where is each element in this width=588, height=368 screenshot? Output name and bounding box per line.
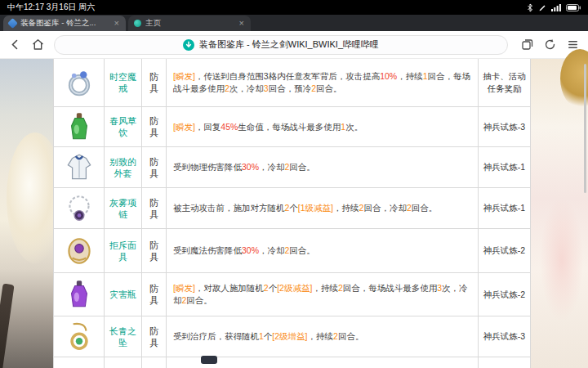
bottle-purple-icon[interactable] bbox=[62, 277, 96, 312]
scrollbar-thumb[interactable] bbox=[584, 64, 586, 193]
table-row: 春风草饮 防具 [瞬发]，回复45%生命值，每场战斗最多使用1次。 神兵试炼-3 bbox=[54, 107, 530, 147]
tab-equipment-gallery[interactable]: 装备图鉴库 - 铃兰之... × bbox=[3, 16, 126, 31]
item-desc: [瞬发]，传送到自身范围3格内任意友军背后，攻击提高10%，持续1回合，每场战斗… bbox=[173, 70, 471, 95]
back-icon[interactable] bbox=[8, 38, 22, 52]
table-row: 长青之坠 防具 受到治疗后，获得随机1个[2级增益]，持续2回合。 神兵试炼-3 bbox=[54, 316, 530, 357]
item-icon-cell bbox=[54, 316, 105, 357]
item-icon-cell bbox=[54, 107, 105, 146]
item-type: 防具 bbox=[142, 147, 167, 187]
item-desc: [瞬发]，回复45%生命值，每场战斗最多使用1次。 bbox=[173, 121, 363, 133]
item-name-cell: 拒斥面具 bbox=[105, 229, 142, 272]
item-icon-cell bbox=[54, 147, 105, 187]
item-icon-cell bbox=[54, 229, 105, 272]
desc-text-segment: 30% bbox=[242, 245, 259, 255]
item-name-link[interactable]: 灾害瓶 bbox=[109, 289, 136, 300]
item-desc: 受到治疗后，获得随机1个[2级增益]，持续2回合。 bbox=[173, 330, 363, 343]
address-bar[interactable]: 装备图鉴库 - 铃兰之剑WIKI_BWIKI_哔哩哔哩 bbox=[54, 35, 508, 55]
item-name-link[interactable]: 拒斥面具 bbox=[106, 240, 140, 263]
buff-link[interactable]: [1级减益] bbox=[298, 203, 333, 213]
item-name-cell: 春风草饮 bbox=[105, 107, 142, 146]
tab-title: 主页 bbox=[145, 18, 234, 29]
tab-home[interactable]: 主页 × bbox=[128, 16, 251, 31]
ring-icon[interactable] bbox=[62, 65, 96, 100]
pendant-icon[interactable] bbox=[62, 320, 96, 354]
desc-text-segment: ，传送到自身范围3格内任意友军背后，攻击提高 bbox=[195, 71, 380, 81]
wiki-background-art-left bbox=[0, 59, 53, 368]
wiki-background-art-right bbox=[531, 59, 588, 368]
item-desc: 被主动攻击前，施加对方随机2个[1级减益]，持续2回合，冷却2回合。 bbox=[173, 202, 437, 214]
item-type: 防具 bbox=[142, 273, 167, 316]
item-desc-cell: 受到治疗后，获得随机1个[2级增益]，持续2回合。 bbox=[167, 316, 479, 357]
status-icons bbox=[527, 3, 581, 12]
coat-icon[interactable] bbox=[62, 150, 96, 185]
browser-toolbar: 装备图鉴库 - 铃兰之剑WIKI_BWIKI_哔哩哔哩 bbox=[0, 31, 588, 59]
page-content: 时空魔戒 防具 [瞬发]，传送到自身范围3格内任意友军背后，攻击提高10%，持续… bbox=[0, 59, 588, 368]
multiwindow-icon[interactable] bbox=[520, 38, 534, 52]
item-desc: 受到魔法伤害降低30%，冷却2回合。 bbox=[173, 245, 315, 257]
buff-link[interactable]: [瞬发] bbox=[173, 122, 195, 132]
desc-text-segment: 回合，每场战斗最多使用 bbox=[343, 283, 438, 293]
desc-text-segment: ，持续 bbox=[308, 331, 334, 341]
table-row: 别致的外套 防具 受到物理伤害降低30%，冷却2回合。 神兵试炼-1 bbox=[54, 147, 530, 188]
battery-icon bbox=[566, 4, 581, 11]
item-name-link[interactable]: 时空魔戒 bbox=[106, 71, 140, 94]
item-source: 神兵试炼-1 bbox=[479, 188, 530, 228]
item-source: 抽卡、活动任务奖励 bbox=[479, 59, 530, 106]
item-icon-cell bbox=[54, 273, 105, 316]
equipment-table: 时空魔戒 防具 [瞬发]，传送到自身范围3格内任意友军背后，攻击提高10%，持续… bbox=[53, 59, 531, 368]
refresh-icon[interactable] bbox=[543, 38, 557, 52]
buff-link[interactable]: [2级减益] bbox=[277, 283, 312, 293]
buff-link[interactable]: [瞬发] bbox=[173, 283, 195, 293]
home-icon[interactable] bbox=[31, 38, 45, 52]
desc-text-segment: 受到魔法伤害降低 bbox=[173, 245, 242, 255]
desc-text-segment: 回合。 bbox=[412, 203, 438, 213]
item-type: 防具 bbox=[142, 229, 167, 272]
item-desc-cell: 受到魔法伤害降低30%，冷却2回合。 bbox=[167, 229, 479, 272]
item-name-cell: 别致的外套 bbox=[105, 147, 142, 187]
tab-close-icon[interactable]: × bbox=[238, 19, 245, 28]
item-source: 神兵试炼-3 bbox=[479, 316, 530, 357]
desc-text-segment: 个 bbox=[289, 203, 298, 213]
item-type: 防具 bbox=[142, 188, 167, 228]
item-desc-cell: 受到物理伤害降低30%，冷却2回合。 bbox=[167, 147, 479, 187]
tab-bar: 装备图鉴库 - 铃兰之... × 主页 × bbox=[0, 15, 588, 31]
desc-text-segment: 个 bbox=[264, 331, 273, 341]
table-row-partial bbox=[54, 357, 530, 368]
site-favicon bbox=[183, 39, 194, 51]
item-icon-cell bbox=[54, 188, 105, 228]
item-icon-cell bbox=[54, 357, 105, 368]
buff-link[interactable]: [2级增益] bbox=[272, 331, 307, 341]
item-source bbox=[479, 357, 530, 368]
bluetooth-icon bbox=[527, 3, 533, 12]
item-desc: [瞬发]，对敌人施加随机2个[2级减益]，持续2回合，每场战斗最多使用3次，冷却… bbox=[173, 282, 471, 307]
desc-text-segment: ，冷却 bbox=[259, 162, 285, 172]
item-type: 防具 bbox=[142, 107, 167, 146]
desc-text-segment: 个 bbox=[269, 283, 278, 293]
item-name-link[interactable]: 别致的外套 bbox=[106, 156, 140, 179]
item-name-link[interactable]: 长青之坠 bbox=[106, 325, 140, 348]
item-source: 神兵试炼-3 bbox=[479, 107, 530, 146]
desc-text-segment: 45% bbox=[220, 122, 238, 132]
desc-text-segment: ，持续 bbox=[312, 283, 338, 293]
tab-favicon bbox=[7, 18, 18, 29]
dark-page-element bbox=[201, 356, 217, 364]
item-name-cell: 灾害瓶 bbox=[105, 273, 142, 316]
table-row: 灾害瓶 防具 [瞬发]，对敌人施加随机2个[2级减益]，持续2回合，每场战斗最多… bbox=[54, 273, 530, 316]
item-icon-cell bbox=[54, 59, 105, 106]
desc-text-segment: 回合，冷却 bbox=[363, 203, 407, 213]
buff-link[interactable]: [瞬发] bbox=[173, 71, 195, 81]
desc-text-segment: 受到治疗后，获得随机 bbox=[173, 331, 259, 341]
status-bar: 中午12:17 3月16日 周六 bbox=[0, 0, 588, 15]
tab-close-icon[interactable]: × bbox=[114, 19, 120, 28]
item-icon[interactable] bbox=[62, 360, 96, 368]
bottle-green-icon[interactable] bbox=[62, 110, 96, 144]
item-name-link[interactable]: 灰雾项链 bbox=[106, 197, 140, 220]
desc-text-segment: 回合。 bbox=[289, 245, 315, 255]
table-row: 拒斥面具 防具 受到魔法伤害降低30%，冷却2回合。 神兵试炼-2 bbox=[54, 229, 530, 273]
tab-favicon bbox=[134, 20, 141, 27]
signal-icon bbox=[551, 3, 561, 11]
mask-icon[interactable] bbox=[62, 234, 96, 268]
desc-text-segment: ，冷却 bbox=[259, 245, 285, 255]
item-name-link[interactable]: 春风草饮 bbox=[106, 115, 140, 138]
necklace-icon[interactable] bbox=[62, 191, 96, 226]
